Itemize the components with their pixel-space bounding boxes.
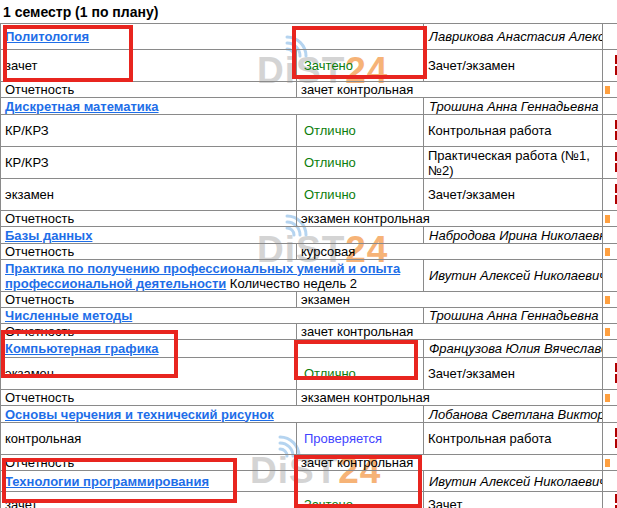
report-label-cell: Отчетность	[1, 82, 297, 98]
course-cell: Политология	[1, 24, 424, 50]
course-link[interactable]: Политология	[5, 29, 89, 44]
grade-cell: Зачтено	[297, 492, 424, 508]
assessment-type-cell: экзамен	[1, 179, 297, 211]
table-row: экзаменОтличноЗачет/экзамен	[1, 179, 617, 211]
table-row: Основы черчения и технический рисунокЛоб…	[1, 406, 617, 423]
grade-cell: Проверяется	[297, 423, 424, 455]
course-cell: Дискретная математика	[1, 98, 424, 115]
table-row: Отчетностьзачет контрольная	[1, 82, 617, 98]
course-cell: Численные методы	[1, 308, 424, 324]
grade-cell: Отлично	[297, 147, 424, 179]
table-row: Отчетностьэкзамен контрольная	[1, 211, 617, 227]
clipped-edge-cell	[603, 492, 617, 508]
table-row: Численные методыТрошина Анна Геннадьевна	[1, 308, 617, 324]
clipped-text-fragment	[605, 459, 610, 467]
clipped-edge-cell	[603, 244, 617, 260]
clipped-edge-cell	[603, 455, 617, 471]
table-row: Отчетностькурсовая	[1, 244, 617, 260]
assessment-type-cell: КР/КРЗ	[1, 115, 297, 147]
clipped-edge-cell	[603, 292, 617, 308]
teacher-cell: Набродова Ирина Николаевна	[424, 227, 603, 244]
table-row: ПолитологияЛаврикова Анастасия Алекса	[1, 24, 617, 50]
grade-cell: Зачтено	[297, 50, 424, 82]
clipped-edge-cell	[603, 406, 617, 423]
clipped-edge-cell	[603, 115, 617, 147]
table-row: Отчетностьзачет контрольная	[1, 324, 617, 340]
report-label-cell: Отчетность	[1, 244, 297, 260]
report-label-cell: Отчетность	[1, 324, 297, 340]
course-link[interactable]: Компьютерная графика	[5, 341, 158, 356]
assessment-type-cell: зачет	[1, 50, 297, 82]
report-value-cell: экзамен контрольная	[297, 211, 603, 227]
work-type-cell: Зачет/экзамен	[424, 50, 603, 82]
grade-cell: Отлично	[297, 179, 424, 211]
clipped-edge-cell	[603, 211, 617, 227]
table-row: Дискретная математикаТрошина Анна Геннад…	[1, 98, 617, 115]
clipped-edge-cell	[603, 358, 617, 390]
course-cell: Компьютерная графика	[1, 340, 424, 358]
table-row: Отчетностьэкзамен контрольная	[1, 390, 617, 406]
assessment-type-cell: КР/КРЗ	[1, 147, 297, 179]
table-row: экзаменОтличноЗачет/экзамен	[1, 358, 617, 390]
teacher-cell: Ивутин Алексей Николаевич	[424, 471, 603, 492]
clipped-text-fragment	[605, 394, 610, 402]
clipped-edge-cell	[603, 24, 617, 50]
teacher-cell: Трошина Анна Геннадьевна	[424, 98, 603, 115]
teacher-cell: Лобанова Светлана Викторо	[424, 406, 603, 423]
report-label-cell: Отчетность	[1, 211, 297, 227]
course-cell: Базы данных	[1, 227, 424, 244]
course-link[interactable]: Основы черчения и технический рисунок	[5, 407, 274, 422]
course-link[interactable]: Технологии программирования	[5, 474, 209, 489]
report-value-cell: экзамен	[297, 292, 603, 308]
work-type-cell: Зачет/экзамен	[424, 358, 603, 390]
table-row: Компьютерная графикаФранцузова Юлия Вяче…	[1, 340, 617, 358]
clipped-text-fragment	[605, 215, 610, 223]
clipped-edge-cell	[603, 340, 617, 358]
table-row: Практика по получению профессиональных у…	[1, 260, 617, 292]
teacher-cell: Ивутин Алексей Николаевич	[424, 260, 603, 292]
table-row: КР/КРЗОтличноПрактическая работа (№1, №2…	[1, 147, 617, 179]
work-type-cell: Зачет/экзамен	[424, 179, 603, 211]
table-row: зачетЗачтеноЗачет	[1, 492, 617, 508]
teacher-cell: Трошина Анна Геннадьевна	[424, 308, 603, 324]
work-type-cell: Зачет	[424, 492, 603, 508]
grade-cell: Отлично	[297, 358, 424, 390]
table-row: КР/КРЗОтличноКонтрольная работа	[1, 115, 617, 147]
clipped-edge-cell	[603, 98, 617, 115]
semester-header: 1 семестр (1 по плану)	[0, 0, 617, 23]
grades-table: ПолитологияЛаврикова Анастасия Алексазач…	[0, 23, 617, 508]
clipped-text-fragment	[605, 296, 610, 304]
course-cell: Практика по получению профессиональных у…	[1, 260, 424, 292]
report-label-cell: Отчетность	[1, 390, 297, 406]
assessment-type-cell: зачет	[1, 492, 297, 508]
table-row: контрольнаяПроверяетсяКонтрольная работа	[1, 423, 617, 455]
clipped-edge-cell	[603, 82, 617, 98]
clipped-edge-cell	[603, 179, 617, 211]
course-link[interactable]: Дискретная математика	[5, 99, 159, 114]
teacher-cell: Французова Юлия Вячеславов	[424, 340, 603, 358]
clipped-edge-cell	[603, 324, 617, 340]
course-link[interactable]: Численные методы	[5, 308, 132, 323]
teacher-cell: Лаврикова Анастасия Алекса	[424, 24, 603, 50]
work-type-cell: Контрольная работа	[424, 423, 603, 455]
course-cell: Основы черчения и технический рисунок	[1, 406, 424, 423]
grade-cell: Отлично	[297, 115, 424, 147]
clipped-edge-cell	[603, 227, 617, 244]
course-link[interactable]: Базы данных	[5, 228, 92, 243]
work-type-cell: Контрольная работа	[424, 115, 603, 147]
course-weeks-note: Количество недель 2	[226, 276, 357, 291]
clipped-edge-cell	[603, 147, 617, 179]
clipped-edge-cell	[603, 260, 617, 292]
report-label-cell: Отчетность	[1, 292, 297, 308]
gradebook-page: DiST24 DiST24 DiST24 1 семестр (1 по пла…	[0, 0, 617, 508]
clipped-text-fragment	[605, 86, 610, 94]
clipped-edge-cell	[603, 308, 617, 324]
clipped-edge-cell	[603, 50, 617, 82]
clipped-edge-cell	[603, 390, 617, 406]
table-row: Базы данныхНабродова Ирина Николаевна	[1, 227, 617, 244]
table-row: Технологии программированияИвутин Алексе…	[1, 471, 617, 492]
report-label-cell: Отчетность	[1, 455, 297, 471]
work-type-cell: Практическая работа (№1, №2)	[424, 147, 603, 179]
clipped-edge-cell	[603, 423, 617, 455]
course-cell: Технологии программирования	[1, 471, 424, 492]
